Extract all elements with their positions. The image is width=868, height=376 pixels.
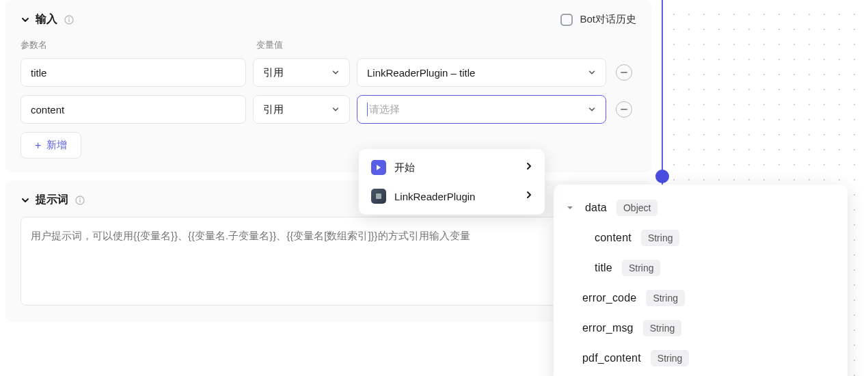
chevron-right-icon [526,190,532,202]
prompt-section-title: 提示词 [36,193,68,207]
input-section-title: 输入 [36,12,57,27]
mode-select[interactable]: 引用 [253,58,350,87]
schema-panel: data Object content String title String … [554,185,847,376]
bot-history-label: Bot对话历史 [580,13,636,26]
connection-node[interactable] [655,170,669,183]
schema-field-type: String [622,260,661,276]
input-section: 输入 Bot对话历史 参数名 变量值 引用 LinkReaderP [5,0,651,172]
schema-field-type: String [646,290,685,306]
svg-point-6 [79,198,81,199]
chevron-down-icon [331,68,340,77]
svg-rect-8 [376,193,381,199]
schema-row-title[interactable]: title String [566,253,835,283]
dropdown-item-label: LinkReaderPlugin [394,191,517,202]
value-select-placeholder: 请选择 [369,103,400,116]
value-dropdown: 开始 LinkReaderPlugin [359,149,545,215]
schema-row-content[interactable]: content String [566,223,835,253]
schema-field-name: error_code [582,292,636,304]
schema-row-pdf-content[interactable]: pdf_content String [566,343,835,373]
svg-point-1 [68,17,70,18]
mode-select-label: 引用 [263,66,284,79]
value-select-label: LinkReaderPlugin – title [367,67,475,79]
add-param-button[interactable]: + 新增 [21,132,81,159]
bot-history-checkbox[interactable] [560,14,573,26]
param-name-input[interactable] [21,58,246,87]
column-value-label: 变量值 [256,39,283,51]
value-select[interactable]: LinkReaderPlugin – title [357,58,606,87]
schema-field-name: pdf_content [582,352,641,364]
plus-icon: + [35,139,41,152]
chevron-down-icon [588,105,596,113]
mode-select[interactable]: 引用 [253,95,350,124]
svg-rect-2 [68,19,69,22]
schema-field-name: error_msg [582,322,634,334]
chevron-right-icon [526,161,532,174]
prompt-textarea[interactable] [21,217,636,306]
column-param-label: 参数名 [21,39,246,51]
mode-select-label: 引用 [263,103,284,116]
svg-rect-7 [79,200,80,202]
schema-field-type: String [651,350,690,366]
schema-field-name: title [595,262,612,274]
start-icon [371,160,386,175]
info-icon[interactable] [64,15,74,25]
param-name-input[interactable] [21,95,246,124]
dropdown-item-plugin[interactable]: LinkReaderPlugin [363,182,541,211]
schema-field-name: data [585,202,607,214]
schema-field-name: content [595,232,632,244]
input-section-header: 输入 Bot对话历史 [21,12,636,27]
schema-row-error-code[interactable]: error_code String [566,283,835,313]
dropdown-item-label: 开始 [394,161,517,174]
schema-field-type: String [643,320,682,336]
remove-row-button[interactable] [616,101,632,118]
plugin-icon [371,189,386,204]
value-select[interactable]: 请选择 [357,95,606,124]
chevron-down-icon [588,68,596,77]
collapse-icon[interactable] [21,15,30,25]
info-icon[interactable] [75,196,85,205]
collapse-triangle-icon[interactable] [566,204,575,212]
chevron-down-icon [331,105,340,113]
param-row: 引用 请选择 [21,95,636,124]
bot-history-toggle[interactable]: Bot对话历史 [560,13,636,26]
text-cursor [367,103,368,116]
param-row: 引用 LinkReaderPlugin – title [21,58,636,87]
schema-row-error-msg[interactable]: error_msg String [566,313,835,343]
add-button-label: 新增 [46,139,67,152]
collapse-icon[interactable] [21,196,30,205]
dropdown-item-start[interactable]: 开始 [363,153,541,182]
remove-row-button[interactable] [616,64,632,81]
schema-row-data[interactable]: data Object [566,193,835,223]
schema-field-type: Object [616,200,657,216]
schema-field-type: String [641,230,680,246]
